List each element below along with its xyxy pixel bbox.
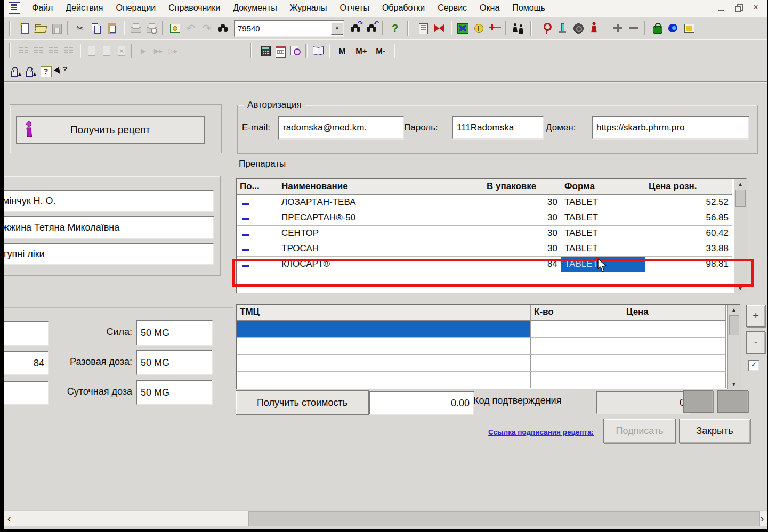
menu-processing[interactable]: Обработки (376, 2, 431, 14)
scroll-up-arrow[interactable]: ▲ (728, 305, 740, 314)
doc-action-button-1[interactable] (84, 44, 99, 58)
strength-field[interactable]: 50 MG (136, 320, 213, 346)
menu-documents[interactable]: Документы (227, 2, 283, 14)
help-button[interactable]: ? (387, 20, 403, 36)
drug-row[interactable]: СЕНТОР 30 TABLET 60.42 (237, 226, 746, 241)
confirmation-code-field[interactable]: 0 (596, 391, 690, 414)
menu-journals[interactable]: Журналы (284, 2, 334, 14)
drug-name-cell[interactable]: ПРЕСАРТАН®-50 (278, 210, 483, 226)
drug-form-cell[interactable]: TABLET (561, 226, 645, 241)
daily-dose-field[interactable]: 50 MG (136, 380, 213, 405)
drug-pack-cell[interactable]: 30 (483, 226, 561, 241)
tmc-remove-button[interactable]: - (746, 331, 765, 354)
lock-down-button[interactable]: ▲ (23, 64, 38, 78)
red-key-button[interactable] (538, 20, 554, 36)
drug-price-cell[interactable]: 60.42 (645, 226, 732, 241)
drugs-vertical-scrollbar[interactable]: ▲ ▼ (734, 179, 746, 293)
drug-row-empty[interactable] (237, 272, 746, 285)
drug-name-cell[interactable]: ТРОСАН (278, 241, 483, 257)
password-field[interactable]: 111Radomska (452, 116, 544, 140)
tmc-checkbox[interactable]: ✓ (748, 360, 759, 371)
red-person-button[interactable] (586, 20, 602, 36)
drug-price-cell[interactable]: 52.52 (645, 195, 732, 210)
people-button[interactable] (510, 20, 526, 36)
boxed-help-button[interactable]: ? (38, 64, 53, 78)
drugs-col-status[interactable]: По... (237, 179, 278, 195)
scroll-thumb[interactable] (735, 190, 746, 207)
scroll-right-arrow[interactable]: › (757, 511, 767, 526)
drug-row[interactable]: ЛОЗАРТАН-ТЕВА 30 TABLET 52.52 (237, 195, 746, 210)
drug-price-cell[interactable]: 33.88 (645, 241, 732, 257)
toolbar-grip[interactable] (251, 43, 254, 58)
get-recipe-button[interactable]: Получить рецепт (16, 116, 205, 144)
drugs-col-pack[interactable]: В упаковке (483, 179, 561, 195)
tmc-col-price[interactable]: Цена (623, 305, 726, 321)
remove-button[interactable] (626, 20, 642, 36)
combobox-dropdown-button[interactable]: ▼ (331, 22, 343, 35)
search-combobox[interactable]: 79540 ▼ (234, 20, 344, 37)
patient-field[interactable]: жжина Тетяна Миколаївна (4, 216, 214, 239)
coin-button[interactable] (471, 20, 487, 36)
reorder-button-4[interactable] (61, 44, 76, 58)
tmc-price-cell[interactable] (623, 321, 726, 338)
report-sheet-button[interactable] (415, 20, 431, 36)
drug-name-cell[interactable]: ЛОЗАРТАН-ТЕВА (278, 195, 483, 210)
tmc-row[interactable] (237, 372, 740, 388)
scroll-left-arrow[interactable]: ‹ (4, 511, 14, 526)
blank-gray-button-1[interactable] (683, 390, 713, 413)
menu-references[interactable]: Справочники (162, 2, 227, 14)
row-status-cell[interactable] (237, 241, 278, 257)
reorder-button-2[interactable] (31, 44, 46, 58)
memory-button[interactable]: M (333, 46, 352, 55)
reorder-button-1[interactable] (17, 44, 31, 58)
horizontal-scroll-thumb[interactable] (248, 511, 760, 526)
drug-name-cell[interactable]: КЛОСАРТ® (278, 257, 483, 272)
dose-extra-field-2[interactable] (4, 381, 49, 405)
email-field[interactable]: radomska@med.km. (278, 116, 404, 140)
add-button[interactable] (610, 20, 626, 36)
quantity-field[interactable]: 84 (4, 351, 49, 375)
drug-price-cell[interactable]: 98.81 (645, 257, 732, 272)
row-status-cell[interactable] (237, 257, 278, 272)
tmc-selected-cell[interactable] (237, 321, 531, 338)
cut-button[interactable]: ✂ (72, 20, 88, 36)
menu-file[interactable]: Файл (26, 2, 59, 14)
memory-minus-button[interactable]: M- (371, 46, 390, 55)
doc-action-button-2[interactable] (99, 44, 114, 58)
drug-pack-cell[interactable]: 30 (483, 210, 561, 226)
drug-form-cell-selected[interactable]: TABLET (561, 257, 645, 272)
domain-field[interactable]: https://skarb.phrm.pro (592, 116, 749, 140)
drug-row[interactable]: ТРОСАН 30 TABLET 33.88 (237, 241, 746, 257)
paste-button[interactable] (104, 20, 120, 36)
cost-field[interactable]: 0.00 (369, 391, 474, 415)
drug-row[interactable]: ПРЕСАРТАН®-50 30 TABLET 56.85 (237, 210, 746, 226)
menu-help[interactable]: Помощь (506, 2, 552, 14)
toolbar-grip[interactable] (10, 43, 13, 58)
blue-drop-button[interactable] (665, 20, 681, 36)
scroll-down-arrow[interactable]: ▼ (728, 379, 740, 389)
drug-form-cell[interactable]: TABLET (561, 210, 645, 226)
tmc-row[interactable] (237, 338, 740, 355)
reorder-button-3[interactable] (46, 44, 61, 58)
row-status-cell[interactable] (237, 210, 278, 226)
drug-form-cell[interactable]: TABLET (561, 195, 645, 210)
green-lock-button[interactable] (649, 20, 665, 36)
stand-button[interactable] (554, 20, 570, 36)
red-bowtie-button[interactable] (431, 20, 447, 36)
print-button[interactable] (127, 20, 143, 36)
horizontal-scrollbar[interactable]: ‹ › (4, 510, 767, 526)
row-status-cell[interactable] (237, 195, 278, 210)
tmc-add-button[interactable]: + (746, 305, 765, 327)
find-button[interactable] (215, 20, 231, 36)
close-button[interactable]: × (751, 4, 761, 12)
lock-up-button[interactable]: ▲ (9, 64, 23, 78)
copy-button[interactable] (88, 20, 104, 36)
run-button-3[interactable]: ▷▸ (166, 44, 181, 58)
calendar-button[interactable] (273, 44, 288, 58)
dark-circle-button[interactable] (570, 20, 586, 36)
context-help-button[interactable]: ? (53, 64, 68, 78)
drug-price-cell[interactable]: 56.85 (645, 210, 732, 226)
scroll-up-arrow[interactable]: ▲ (734, 179, 746, 189)
tmc-row[interactable] (237, 355, 740, 372)
grid-window-button[interactable] (681, 20, 697, 36)
